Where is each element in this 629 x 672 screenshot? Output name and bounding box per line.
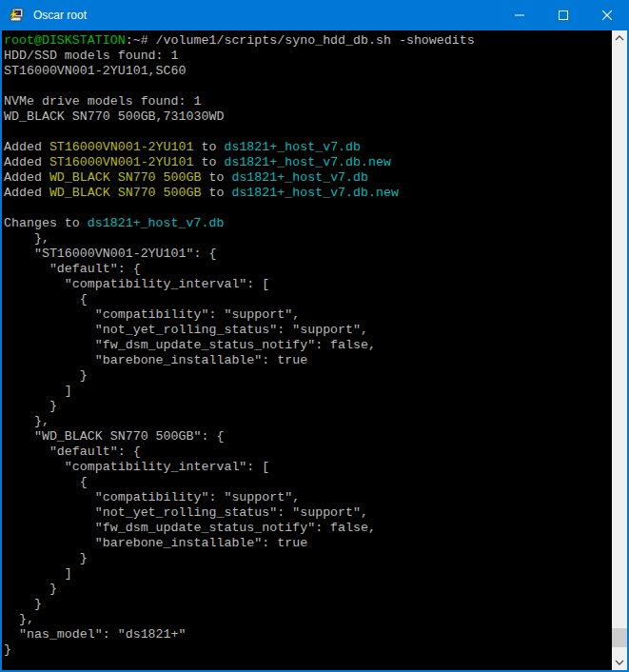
terminal-line: ST16000VN001-2YU101,SC60 <box>4 64 612 79</box>
terminal-line: ] <box>4 384 612 399</box>
terminal-line: WD_BLACK SN770 500GB,731030WD <box>4 109 612 125</box>
window-title: Oscar root <box>33 9 498 22</box>
scrollbar[interactable] <box>612 30 627 670</box>
chevron-up-icon <box>615 35 624 41</box>
terminal-line: { <box>4 475 612 490</box>
terminal-line: } <box>4 597 612 612</box>
terminal-line: Added ST16000VN001-2YU101 to ds1821+_hos… <box>4 140 612 155</box>
terminal-line: "barebone_installable": true <box>4 536 612 551</box>
terminal-line: }, <box>4 231 612 247</box>
terminal-line: root@DISKSTATION:~# /volume1/scripts/syn… <box>4 33 612 49</box>
scrollbar-thumb[interactable] <box>612 628 627 647</box>
scroll-up-button[interactable] <box>612 30 627 46</box>
terminal-line <box>4 79 612 94</box>
terminal-line: "fw_dsm_update_status_notify": false, <box>4 338 612 353</box>
close-button[interactable] <box>585 0 629 30</box>
terminal-line: { <box>4 292 612 307</box>
minimize-icon <box>515 10 524 20</box>
maximize-icon <box>559 10 568 20</box>
terminal-line: ] <box>4 566 612 582</box>
terminal-line: "WD_BLACK SN770 500GB": { <box>4 429 612 445</box>
terminal-line: "compatibility": "support", <box>4 490 612 505</box>
maximize-button[interactable] <box>541 0 585 30</box>
terminal-line: "compatibility_interval": [ <box>4 460 612 475</box>
terminal-screen[interactable]: root@DISKSTATION:~# /volume1/scripts/syn… <box>2 30 612 670</box>
terminal-line: "fw_dsm_update_status_notify": false, <box>4 521 612 536</box>
terminal-line: "default": { <box>4 262 612 277</box>
terminal-line: }, <box>4 612 612 627</box>
terminal-line: "compatibility_interval": [ <box>4 277 612 292</box>
caption-buttons <box>498 0 629 30</box>
terminal-line: "barebone_installable": true <box>4 353 612 368</box>
terminal-line <box>4 201 612 216</box>
terminal-line: }, <box>4 414 612 429</box>
terminal-line: HDD/SSD models found: 1 <box>4 49 612 64</box>
terminal-line: Changes to ds1821+_host_v7.db <box>4 216 612 231</box>
terminal-line: "nas_model": "ds1821+" <box>4 627 612 642</box>
terminal-line: Added WD_BLACK SN770 500GB to ds1821+_ho… <box>4 186 612 201</box>
terminal-line: } <box>4 642 612 658</box>
terminal-line <box>4 125 612 140</box>
minimize-button[interactable] <box>498 0 541 30</box>
chevron-down-icon <box>615 660 624 665</box>
terminal-line: "not_yet_rolling_status": "support", <box>4 323 612 338</box>
putty-window: Oscar root root@DISKSTATION:~# /volume1 <box>0 0 629 672</box>
terminal-line: "ST16000VN001-2YU101": { <box>4 247 612 262</box>
terminal-line: } <box>4 582 612 597</box>
terminal-line: "not_yet_rolling_status": "support", <box>4 505 612 521</box>
close-icon <box>602 10 612 20</box>
putty-app-icon <box>8 7 25 24</box>
scroll-down-button[interactable] <box>612 655 627 670</box>
terminal-line: NVMe drive models found: 1 <box>4 94 612 109</box>
terminal-line: Added WD_BLACK SN770 500GB to ds1821+_ho… <box>4 170 612 186</box>
window-body: root@DISKSTATION:~# /volume1/scripts/syn… <box>2 30 627 670</box>
terminal-line: } <box>4 399 612 414</box>
terminal-line: "compatibility": "support", <box>4 307 612 323</box>
terminal-line: } <box>4 551 612 566</box>
terminal-line: "default": { <box>4 445 612 460</box>
title-bar[interactable]: Oscar root <box>0 0 629 30</box>
terminal-line: } <box>4 368 612 384</box>
terminal-line: Added ST16000VN001-2YU101 to ds1821+_hos… <box>4 155 612 170</box>
